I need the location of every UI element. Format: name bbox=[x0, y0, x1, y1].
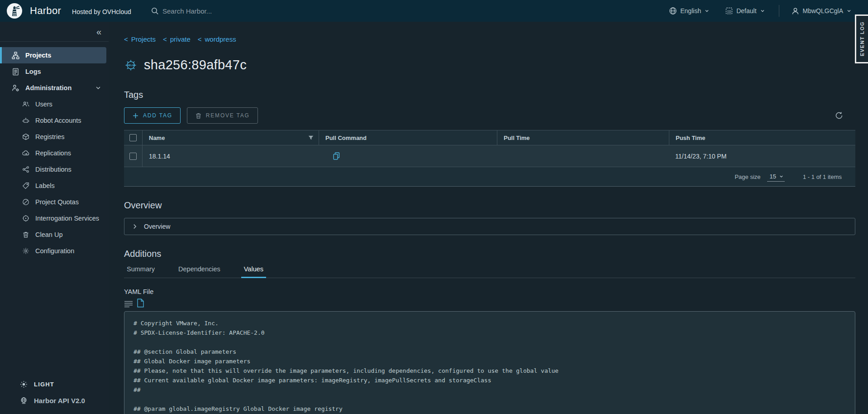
robot-icon bbox=[22, 117, 29, 124]
users-icon bbox=[22, 101, 29, 108]
registry-scope-menu[interactable]: Default bbox=[725, 7, 765, 15]
list-view-icon[interactable] bbox=[124, 301, 133, 308]
sidebar-item-label: Projects bbox=[25, 52, 51, 59]
event-log-label: EVENT LOG bbox=[859, 21, 865, 56]
scanner-crosshair-icon bbox=[22, 215, 29, 222]
add-tag-button[interactable]: ADD TAG bbox=[124, 107, 181, 124]
breadcrumb-link-wordpress[interactable]: < wordpress bbox=[198, 35, 236, 43]
artifact-header: HELM sha256:89afb47c bbox=[124, 58, 855, 72]
code-line: ## Please, note that this will override … bbox=[134, 366, 846, 375]
sidebar: « Projects Logs Admin bbox=[0, 22, 109, 414]
admin-user-gear-icon bbox=[12, 84, 19, 92]
sidebar-item-label: Distributions bbox=[35, 166, 72, 173]
additions-tabs: Summary Dependencies Values bbox=[124, 265, 855, 278]
sidebar-item-logs[interactable]: Logs bbox=[0, 63, 109, 80]
svg-text:HELM: HELM bbox=[127, 64, 135, 67]
overview-accordion[interactable]: Overview bbox=[124, 218, 855, 235]
filter-icon[interactable] bbox=[308, 135, 314, 141]
pull-command-cell bbox=[319, 145, 497, 167]
helm-chart-icon: HELM bbox=[124, 58, 138, 72]
brand-title: Harbor bbox=[30, 5, 61, 17]
code-line: ## Current available global Docker image… bbox=[134, 375, 846, 385]
row-checkbox[interactable] bbox=[129, 153, 137, 160]
artifact-digest-title: sha256:89afb47c bbox=[144, 58, 247, 72]
search-input[interactable] bbox=[162, 7, 280, 15]
sidebar-item-projects[interactable]: Projects bbox=[0, 47, 106, 63]
code-line bbox=[134, 337, 846, 347]
header-divider bbox=[779, 5, 779, 17]
sidebar-item-clean-up[interactable]: Clean Up bbox=[0, 226, 109, 243]
tab-dependencies[interactable]: Dependencies bbox=[176, 265, 223, 278]
sidebar-item-label: Users bbox=[35, 101, 52, 108]
page-size-label: Page size bbox=[734, 173, 760, 180]
sidebar-footer: LIGHT Harbor API V2.0 bbox=[0, 376, 109, 414]
code-line: ## @param global.imageRegistry Global Do… bbox=[134, 404, 846, 414]
sidebar-item-label: Logs bbox=[25, 68, 41, 75]
tab-values[interactable]: Values bbox=[241, 265, 266, 278]
collapse-sidebar-icon[interactable]: « bbox=[96, 27, 101, 36]
api-link[interactable]: Harbor API V2.0 bbox=[0, 392, 109, 409]
language-label: English bbox=[680, 7, 701, 14]
tag-name-cell: 18.1.14 bbox=[142, 145, 319, 167]
plus-icon bbox=[132, 112, 139, 119]
tab-summary[interactable]: Summary bbox=[124, 265, 157, 278]
theme-toggle[interactable]: LIGHT bbox=[0, 376, 109, 392]
main-content: < Projects < private < wordpress HELM sh… bbox=[109, 22, 868, 414]
code-line: # SPDX-License-Identifier: APACHE-2.0 bbox=[134, 328, 846, 337]
chevron-down-icon bbox=[779, 174, 784, 179]
code-line: ## bbox=[134, 385, 846, 395]
username-label: MbwQLGCglA bbox=[803, 7, 843, 14]
push-time-cell: 11/14/23, 7:10 PM bbox=[669, 145, 855, 167]
code-line: # Copyright VMware, Inc. bbox=[134, 318, 846, 328]
column-header-name: Name bbox=[142, 130, 319, 145]
trash-icon bbox=[195, 112, 202, 119]
sidebar-item-interrogation-services[interactable]: Interrogation Services bbox=[0, 210, 109, 226]
gear-icon bbox=[22, 247, 29, 255]
globe-icon bbox=[669, 7, 677, 15]
global-search bbox=[151, 0, 280, 22]
api-globe-icon bbox=[20, 397, 28, 404]
copy-icon[interactable] bbox=[332, 152, 341, 160]
chevron-down-icon bbox=[760, 8, 765, 14]
language-menu[interactable]: English bbox=[669, 7, 710, 15]
additions-heading: Additions bbox=[124, 249, 855, 259]
header-checkbox-cell bbox=[124, 130, 142, 145]
sidebar-item-label: Robot Accounts bbox=[35, 117, 81, 124]
sidebar-item-users[interactable]: Users bbox=[0, 96, 109, 112]
file-view-icon[interactable] bbox=[137, 298, 144, 308]
sidebar-item-labels[interactable]: Labels bbox=[0, 178, 109, 194]
pull-time-cell bbox=[497, 145, 669, 167]
refresh-button[interactable] bbox=[835, 111, 844, 120]
yaml-code-viewer[interactable]: # Copyright VMware, Inc. # SPDX-License-… bbox=[124, 311, 855, 414]
overview-accordion-label: Overview bbox=[144, 223, 170, 230]
sidebar-item-robot-accounts[interactable]: Robot Accounts bbox=[0, 112, 109, 129]
cube-icon bbox=[22, 133, 29, 140]
page-size-select[interactable]: 15 bbox=[767, 172, 785, 182]
sidebar-item-configuration[interactable]: Configuration bbox=[0, 243, 109, 259]
column-header-push-time: Push Time bbox=[669, 130, 855, 145]
sidebar-nav: Projects Logs Administration bbox=[0, 47, 109, 259]
remove-tag-button[interactable]: REMOVE TAG bbox=[187, 107, 258, 124]
sun-icon bbox=[20, 380, 28, 388]
sidebar-item-replications[interactable]: Replications bbox=[0, 145, 109, 161]
cloud-icon bbox=[22, 149, 29, 157]
sidebar-item-registries[interactable]: Registries bbox=[0, 129, 109, 145]
sidebar-item-label: Replications bbox=[35, 149, 71, 157]
breadcrumb-link-projects[interactable]: < Projects bbox=[124, 35, 156, 43]
column-header-pull-time: Pull Time bbox=[497, 130, 669, 145]
tags-heading: Tags bbox=[124, 90, 855, 100]
select-all-checkbox[interactable] bbox=[129, 134, 137, 141]
user-menu[interactable]: MbwQLGCglA bbox=[791, 7, 852, 15]
chevron-down-icon bbox=[704, 8, 710, 14]
trash-icon bbox=[22, 231, 29, 238]
breadcrumb-link-private[interactable]: < private bbox=[163, 35, 191, 43]
sidebar-collapse-row: « bbox=[0, 22, 109, 42]
sidebar-item-distributions[interactable]: Distributions bbox=[0, 161, 109, 178]
event-log-tab[interactable]: EVENT LOG bbox=[855, 14, 868, 63]
sidebar-item-administration[interactable]: Administration bbox=[0, 80, 109, 96]
code-line: ## Global Docker image parameters bbox=[134, 356, 846, 366]
tags-table: Name Pull Command Pull Time Push Time bbox=[124, 130, 855, 187]
sidebar-item-project-quotas[interactable]: Project Quotas bbox=[0, 194, 109, 210]
table-footer: Page size 15 1 - 1 of 1 items bbox=[124, 167, 855, 186]
yaml-view-toggle bbox=[124, 298, 855, 308]
